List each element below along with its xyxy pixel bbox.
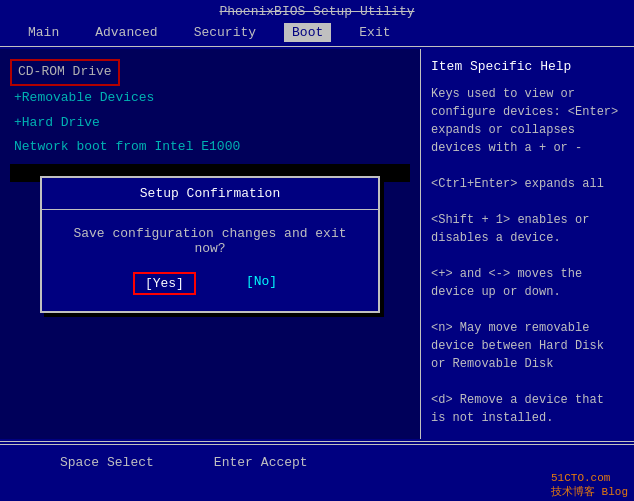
menu-exit[interactable]: Exit xyxy=(351,23,398,42)
watermark: 51CTO.com技术博客 Blog xyxy=(551,472,628,499)
modal-buttons: [Yes] [No] xyxy=(62,272,358,295)
label-accept: Accept xyxy=(261,455,308,470)
modal-overlay: Setup Confirmation Save configuration ch… xyxy=(0,49,420,439)
left-panel: CD-ROM Drive +Removable Devices +Hard Dr… xyxy=(0,49,420,439)
label-select: Select xyxy=(107,455,154,470)
key-space: Space xyxy=(60,455,99,470)
modal-no-button[interactable]: [No] xyxy=(236,272,287,295)
modal-yes-button[interactable]: [Yes] xyxy=(133,272,196,295)
help-text: Keys used to view or configure devices: … xyxy=(431,85,624,427)
app-title: PhoenixBIOS Setup Utility xyxy=(219,4,414,19)
help-title: Item Specific Help xyxy=(431,57,624,77)
modal-dialog: Setup Confirmation Save configuration ch… xyxy=(40,176,380,313)
main-content: CD-ROM Drive +Removable Devices +Hard Dr… xyxy=(0,49,634,439)
menu-boot[interactable]: Boot xyxy=(284,23,331,42)
status-bar: Space Select Enter Accept xyxy=(0,444,634,480)
right-panel: Item Specific Help Keys used to view or … xyxy=(420,49,634,439)
title-bar: PhoenixBIOS Setup Utility xyxy=(0,0,634,21)
modal-body: Save configuration changes and exit now?… xyxy=(42,210,378,311)
menu-bar: Main Advanced Security Boot Exit xyxy=(0,21,634,44)
modal-title: Setup Confirmation xyxy=(42,178,378,210)
menu-security[interactable]: Security xyxy=(186,23,264,42)
modal-message: Save configuration changes and exit now? xyxy=(62,226,358,256)
menu-main[interactable]: Main xyxy=(20,23,67,42)
status-enter: Enter Accept xyxy=(214,455,308,470)
menu-advanced[interactable]: Advanced xyxy=(87,23,165,42)
status-space: Space Select xyxy=(60,455,154,470)
key-enter: Enter xyxy=(214,455,253,470)
